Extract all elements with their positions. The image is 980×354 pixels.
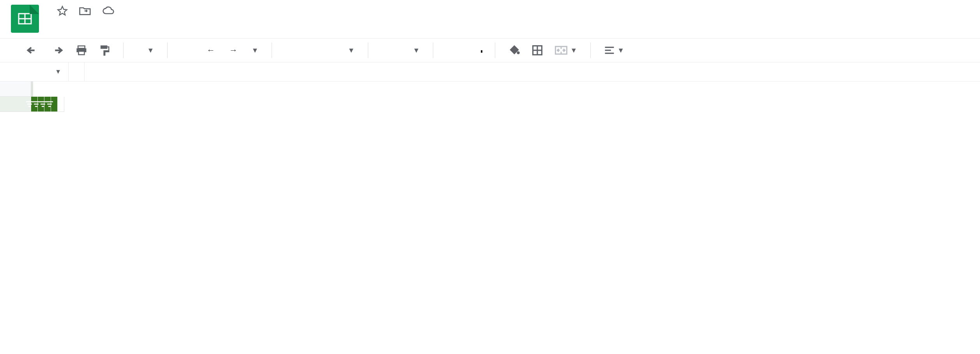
toolbar: ▼ ← → ▼ ▼ ▼ ▼ ▼ [0,39,980,62]
formula-bar: ▼ [0,62,980,81]
separator [495,42,495,58]
filter-icon[interactable] [46,100,53,108]
formula-input[interactable] [85,62,980,81]
fill-color-button[interactable] [506,43,523,57]
chevron-down-icon: ▼ [252,46,259,55]
redo-icon[interactable] [48,44,66,57]
sheet-body [0,97,980,112]
separator [167,42,168,58]
chevron-down-icon: ▼ [55,68,61,75]
separator [272,42,272,58]
cloud-status-icon[interactable] [102,5,115,16]
bold-button[interactable] [444,49,449,52]
svg-rect-6 [79,51,85,55]
header-cell-genre[interactable] [51,97,58,112]
separator [68,62,69,81]
more-formats[interactable]: ▼ [247,45,261,56]
separator [590,42,591,58]
select-all-corner[interactable] [0,81,31,97]
text-color-button[interactable] [479,49,484,52]
zoom-select[interactable]: ▼ [134,43,156,58]
chevron-down-icon: ▼ [413,46,420,55]
name-box[interactable]: ▼ [0,68,68,75]
separator [368,42,368,58]
chevron-down-icon: ▼ [570,46,577,55]
star-icon[interactable] [57,5,68,16]
horizontal-align-button[interactable]: ▼ [602,44,627,57]
increase-decimal[interactable]: → [224,44,240,57]
move-icon[interactable] [79,5,91,16]
font-select[interactable]: ▼ [283,45,357,56]
svg-marker-3 [58,6,67,15]
strikethrough-button[interactable] [468,49,472,52]
merge-cells-button[interactable]: ▼ [552,44,579,57]
svg-rect-7 [101,46,108,49]
undo-icon[interactable] [23,44,41,57]
chevron-down-icon: ▼ [348,46,355,55]
decrease-decimal[interactable]: ← [202,44,217,57]
italic-button[interactable] [456,49,461,52]
font-size-select[interactable]: ▼ [379,45,422,56]
col-header-empty[interactable] [33,81,33,97]
column-headers-row [0,81,980,97]
format-percent[interactable] [190,49,195,52]
chevron-down-icon: ▼ [147,46,154,55]
cell-empty[interactable] [58,97,64,112]
svg-rect-4 [78,46,85,48]
paint-format-icon[interactable] [97,43,112,58]
print-icon[interactable] [73,43,90,57]
sheets-logo[interactable] [11,5,39,33]
borders-button[interactable] [530,43,545,57]
separator [123,42,124,58]
separator [433,42,433,58]
table-header-row [0,97,980,112]
format-currency[interactable] [178,49,183,52]
chevron-down-icon: ▼ [617,46,624,55]
